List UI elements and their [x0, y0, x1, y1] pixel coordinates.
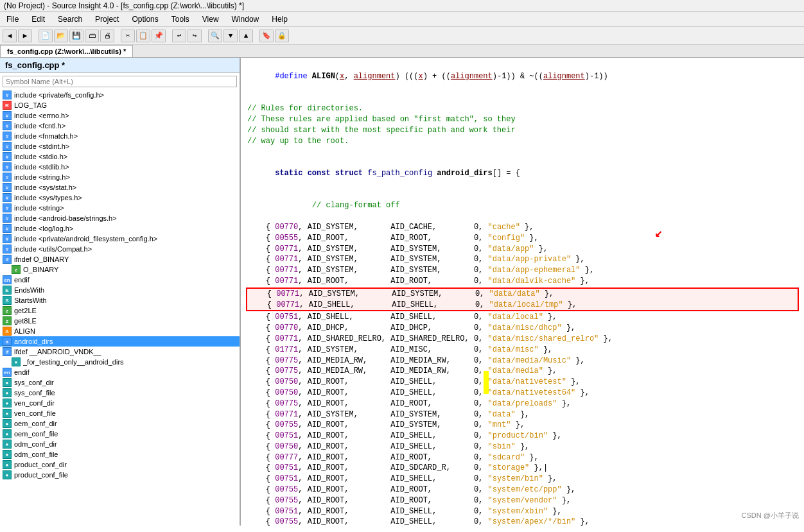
open-button[interactable]: 📂: [54, 30, 68, 42]
symbol-icon: #: [3, 214, 12, 223]
blank-line-2: [246, 146, 799, 157]
symbol-list-item[interactable]: zget2LE: [0, 305, 240, 316]
symbol-list-item[interactable]: #include <log/log.h>: [0, 223, 240, 234]
active-tab[interactable]: fs_config.cpp (Z:\work\...\libcutils) *: [0, 45, 133, 57]
lock-button[interactable]: 🔒: [275, 30, 289, 42]
row-dalvik-cache: { 00771, AID_ROOT, AID_ROOT, 0, "data/da…: [246, 276, 799, 287]
symbol-list-item[interactable]: RLOG_TAG: [0, 100, 240, 110]
symbol-list-item[interactable]: ●product_conf_dir: [0, 459, 240, 470]
code-panel[interactable]: #define ALIGN(x, alignment) (((x) + ((al…: [241, 58, 804, 526]
symbol-list-item[interactable]: #include <private/android_filesystem_con…: [0, 234, 240, 244]
symbol-list-item[interactable]: ififndef O_BINARY: [0, 254, 240, 264]
redo-button[interactable]: ↪: [188, 30, 202, 42]
undo-button[interactable]: ↩: [172, 30, 186, 42]
row-nativetest: { 00750, AID_ROOT, AID_SHELL, 0, "data/n…: [246, 377, 799, 388]
symbol-icon: en: [3, 368, 12, 377]
symbol-list-item[interactable]: ●oem_conf_dir: [0, 418, 240, 429]
menu-search[interactable]: Search: [54, 13, 86, 25]
menu-help[interactable]: Help: [268, 13, 292, 25]
symbol-icon: #: [3, 173, 12, 182]
symbol-list-item[interactable]: zO_BINARY: [0, 264, 240, 275]
symbol-list-item[interactable]: #include <string>: [0, 203, 240, 213]
symbol-list-item[interactable]: #include <stdint.h>: [0, 141, 240, 151]
symbol-list-item[interactable]: #include <stdio.h>: [0, 151, 240, 162]
row-system-etc-ppp: { 00755, AID_ROOT, AID_ROOT, 0, "system/…: [246, 485, 799, 495]
save-all-button[interactable]: 🗃: [85, 30, 99, 42]
symbol-list-item[interactable]: ●oem_conf_file: [0, 429, 240, 439]
symbol-list-item[interactable]: ●odm_conf_dir: [0, 439, 240, 449]
symbol-list-item[interactable]: ififdef __ANDROID_VNDK__: [0, 347, 240, 357]
row-sbin: { 00750, AID_ROOT, AID_SHELL, 0, "sbin" …: [246, 442, 799, 452]
symbol-list-item[interactable]: #include <stdlib.h>: [0, 162, 240, 172]
symbol-icon: z: [3, 306, 12, 315]
row-mnt: { 00755, AID_ROOT, AID_SYSTEM, 0, "mnt" …: [246, 420, 799, 431]
symbol-label: include <android-base/strings.h>: [14, 214, 117, 222]
symbol-label: include <string.h>: [14, 173, 70, 181]
paste-button[interactable]: 📌: [152, 30, 166, 42]
back-button[interactable]: ◀: [3, 30, 17, 42]
copy-button[interactable]: 📋: [136, 30, 150, 42]
new-button[interactable]: 📄: [39, 30, 53, 42]
symbol-list-item[interactable]: #include <fnmatch.h>: [0, 131, 240, 141]
symbol-label: StartsWith: [14, 296, 47, 304]
symbol-icon: S: [3, 296, 12, 305]
symbol-list-item[interactable]: ●sys_conf_file: [0, 388, 240, 398]
symbol-list-item[interactable]: ●odm_conf_file: [0, 449, 240, 459]
symbol-list-item[interactable]: #include <android-base/strings.h>: [0, 213, 240, 223]
symbol-label: include <sys/types.h>: [14, 194, 82, 202]
row-storage: { 00751, AID_ROOT, AID_SDCARD_R, 0, "sto…: [246, 463, 799, 474]
symbol-list-item[interactable]: #include <sys/stat.h>: [0, 182, 240, 193]
menu-view[interactable]: View: [198, 13, 223, 25]
symbol-list-item[interactable]: ●_for_testing_only__android_dirs: [0, 357, 240, 367]
row-system-bin: { 00751, AID_ROOT, AID_SHELL, 0, "system…: [246, 474, 799, 485]
symbol-label: _for_testing_only__android_dirs: [23, 358, 124, 366]
find-prev-button[interactable]: ▲: [239, 30, 253, 42]
symbol-label: include <private/android_filesystem_conf…: [14, 235, 157, 243]
menu-bar: File Edit Search Project Options Tools V…: [0, 12, 804, 27]
symbol-list-item[interactable]: #include <sys/types.h>: [0, 193, 240, 203]
symbol-list-item[interactable]: enendif: [0, 367, 240, 377]
symbol-label: ven_conf_file: [14, 409, 56, 417]
row-data-misc-dhcp: { 00770, AID_DHCP, AID_DHCP, 0, "data/mi…: [246, 323, 799, 334]
symbol-list-item[interactable]: AALIGN: [0, 326, 240, 336]
symbol-list-item[interactable]: #include <utils/Compat.h>: [0, 244, 240, 254]
symbol-search-input[interactable]: [3, 76, 237, 87]
symbol-list-item[interactable]: ●ven_conf_dir: [0, 398, 240, 408]
row-data-media-music: { 00775, AID_MEDIA_RW, AID_MEDIA_RW, 0, …: [246, 356, 799, 366]
forward-button[interactable]: ▶: [18, 30, 32, 42]
menu-tools[interactable]: Tools: [168, 13, 193, 25]
menu-file[interactable]: File: [3, 13, 22, 25]
symbol-list-item[interactable]: zget8LE: [0, 316, 240, 326]
symbol-list-item[interactable]: enendif: [0, 275, 240, 285]
print-button[interactable]: 🖨: [100, 30, 114, 42]
comment-3: // should start with the most specific p…: [246, 125, 799, 136]
symbol-list-item[interactable]: ●ven_conf_file: [0, 408, 240, 418]
menu-window[interactable]: Window: [228, 13, 263, 25]
save-button[interactable]: 💾: [69, 30, 83, 42]
search-button[interactable]: 🔍: [208, 30, 222, 42]
struct-decl: static const struct fs_path_config andro…: [246, 157, 799, 189]
symbol-list-item[interactable]: aandroid_dirs: [0, 336, 240, 347]
watermark: CSDN @小羊子说: [742, 511, 799, 520]
symbol-label: include <fcntl.h>: [14, 122, 66, 130]
cut-button[interactable]: ✂: [121, 30, 135, 42]
symbol-list-item[interactable]: #include <fcntl.h>: [0, 121, 240, 131]
title-text: (No Project) - Source Insight 4.0 - [fs_…: [4, 1, 244, 10]
symbol-list-item[interactable]: #include <errno.h>: [0, 110, 240, 121]
menu-project[interactable]: Project: [91, 13, 123, 25]
find-next-button[interactable]: ▼: [223, 30, 238, 42]
symbol-label: ifndef O_BINARY: [14, 255, 69, 263]
bookmark-button[interactable]: 🔖: [259, 30, 274, 42]
menu-options[interactable]: Options: [128, 13, 162, 25]
symbol-label: include <stdio.h>: [14, 153, 67, 160]
symbol-list-item[interactable]: SStartsWith: [0, 295, 240, 305]
symbol-icon: ●: [3, 419, 12, 428]
symbol-list-item[interactable]: EEndsWith: [0, 285, 240, 295]
symbol-list-item[interactable]: ●sys_conf_dir: [0, 377, 240, 388]
symbol-list-item[interactable]: ●product_conf_file: [0, 470, 240, 480]
symbol-list-item[interactable]: #include <string.h>: [0, 172, 240, 182]
menu-edit[interactable]: Edit: [28, 13, 49, 25]
symbol-list-item[interactable]: #include <private/fs_config.h>: [0, 90, 240, 100]
symbol-icon: ●: [3, 378, 12, 387]
symbol-icon: #: [3, 121, 12, 130]
